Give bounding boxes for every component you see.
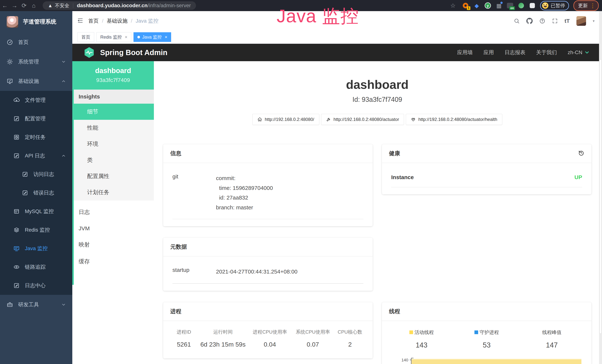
- actuator-url-button[interactable]: http://192.168.0.2:48080/actuator: [321, 114, 404, 125]
- paused-extension-pill[interactable]: 已暂停: [540, 1, 569, 11]
- process-table: 进程ID 运行时间 进程CPU使用率 系统CPU使用率 CPU核心数: [170, 329, 366, 351]
- health-instance-row: Instance UP: [391, 165, 582, 187]
- status-badge: UP: [574, 174, 582, 181]
- emoji-face-icon: [542, 2, 548, 9]
- sba-nav-applications[interactable]: 应用: [484, 49, 494, 56]
- sidebar-item-log-center[interactable]: 日志中心: [0, 276, 72, 295]
- health-url-button[interactable]: http://192.168.0.2:48080/actuator/health: [406, 114, 502, 125]
- sba-menu-scheduled-tasks[interactable]: 计划任务: [72, 184, 154, 201]
- reload-icon[interactable]: ⟳: [19, 2, 29, 9]
- help-icon[interactable]: [539, 18, 545, 24]
- instance-name: dashboard: [74, 67, 152, 75]
- gauge-icon: [7, 39, 13, 45]
- bookmark-star-icon[interactable]: ☆: [448, 2, 458, 9]
- sba-menu-mappings[interactable]: 映射: [72, 236, 154, 253]
- threads-card: 线程 活动线程 143 守护进程 53: [382, 302, 591, 364]
- info-card: 信息 git commit: time: 1596289704000 id: 2…: [163, 144, 373, 226]
- back-icon[interactable]: ←: [0, 2, 10, 9]
- chevron-down-icon: [61, 59, 66, 64]
- sba-sidebar: dashboard 93a3fc7f7409 Insights 细节 性能 环境…: [72, 61, 154, 364]
- url-host: dashboard.yudao.iocoder.cn: [77, 3, 148, 9]
- chevron-up-icon: [61, 79, 66, 84]
- tab-redis-monitor[interactable]: Redis 监控 ×: [97, 32, 131, 42]
- layers-icon: [13, 227, 20, 233]
- service-url-button[interactable]: http://192.168.0.2:48080/: [252, 114, 319, 125]
- browser-extension-dark-icon[interactable]: on: [507, 2, 513, 9]
- sidebar-item-java-monitor[interactable]: Java 监控: [0, 239, 72, 258]
- app-logo[interactable]: 芋道管理系统: [0, 11, 72, 32]
- instance-block[interactable]: dashboard 93a3fc7f7409: [72, 61, 154, 90]
- sba-nav-about[interactable]: 关于我们: [536, 49, 557, 56]
- browser-extension-y-icon[interactable]: y: [484, 2, 491, 9]
- breadcrumb-infrastructure[interactable]: 基础设施: [107, 17, 128, 24]
- page-title: dashboard: [163, 77, 591, 92]
- metadata-card: 元数据 startup 2021-04-27T00:44:31.254+08:0…: [163, 238, 373, 291]
- font-size-icon[interactable]: tT: [565, 18, 570, 24]
- close-icon[interactable]: ×: [125, 34, 127, 40]
- sba-nav-journal[interactable]: 日志报表: [505, 49, 526, 56]
- browser-extension-c-icon[interactable]: 1: [462, 2, 469, 9]
- terminal-monitor-icon: [13, 245, 20, 252]
- close-icon[interactable]: ×: [165, 34, 167, 40]
- security-label: 不安全: [55, 2, 69, 9]
- sidebar-item-infrastructure[interactable]: 基础设施: [0, 71, 72, 91]
- browser-update-button[interactable]: 更新 ⋮: [573, 0, 599, 11]
- sidebar-item-tracing[interactable]: 链路追踪: [0, 258, 72, 276]
- divider: [73, 3, 73, 8]
- sidebar-item-scheduled-tasks[interactable]: 定时任务: [0, 128, 72, 147]
- user-avatar[interactable]: [576, 16, 586, 26]
- sba-nav-wallboard[interactable]: 应用墙: [457, 49, 473, 56]
- sidebar-item-mysql-monitor[interactable]: MySQL 监控: [0, 202, 72, 221]
- sba-menu-metrics[interactable]: 性能: [72, 120, 154, 136]
- app-logo-image: [7, 16, 18, 28]
- language-selector[interactable]: zh-CN: [568, 50, 590, 55]
- sidebar-item-home[interactable]: 首页: [0, 32, 72, 52]
- forward-icon[interactable]: →: [10, 2, 19, 9]
- fullscreen-icon[interactable]: [552, 18, 558, 24]
- sidebar-item-redis-monitor[interactable]: Redis 监控: [0, 221, 72, 239]
- warning-icon: ▲: [48, 3, 53, 9]
- browser-extension-pin-icon[interactable]: ◆: [473, 2, 480, 9]
- tab-java-monitor[interactable]: Java 监控 ×: [133, 32, 171, 42]
- history-icon[interactable]: [578, 150, 584, 157]
- page-scrollbar[interactable]: [599, 11, 602, 364]
- sba-menu-environment[interactable]: 环境: [72, 136, 154, 152]
- chevron-down-icon: [584, 50, 590, 55]
- sidebar-item-api-logs[interactable]: API 日志: [0, 147, 72, 165]
- sba-menu-logs[interactable]: 日志: [72, 204, 154, 221]
- eye-icon: [13, 264, 20, 270]
- app-title: 芋道管理系统: [23, 18, 56, 26]
- edit-square-icon: [13, 153, 20, 159]
- menu-dots-icon: ⋮: [590, 2, 595, 9]
- sidebar-item-dev-tools[interactable]: 研发工具: [0, 295, 72, 314]
- edit-square-icon: [13, 116, 20, 122]
- sidebar-item-system-management[interactable]: 系统管理: [0, 52, 72, 71]
- sidebar-item-access-logs[interactable]: 访问日志: [0, 165, 72, 183]
- screen: ← → ⟳ ⌂ ▲ 不安全 dashboard.yudao.iocoder.cn…: [0, 0, 602, 364]
- edit-square-icon: [22, 190, 28, 196]
- caret-down-icon[interactable]: ▾: [593, 19, 595, 23]
- browser-extension-puzzle-icon[interactable]: [529, 2, 536, 9]
- browser-extension-leaf-icon[interactable]: [518, 2, 525, 9]
- sidebar-item-error-logs[interactable]: 错误日志: [0, 183, 72, 202]
- browser-extension-grid-icon[interactable]: ▦: [495, 2, 502, 9]
- address-bar[interactable]: ▲ 不安全 dashboard.yudao.iocoder.cn/infra/a…: [43, 1, 196, 10]
- scrollbar-thumb[interactable]: [599, 59, 602, 334]
- sba-menu-classes[interactable]: 类: [72, 152, 154, 168]
- tab-home[interactable]: 首页: [77, 32, 94, 42]
- github-icon[interactable]: [526, 18, 533, 24]
- breadcrumb-home[interactable]: 首页: [88, 17, 99, 24]
- edit-square-icon: [13, 282, 20, 289]
- home-icon[interactable]: ⌂: [29, 2, 39, 9]
- threads-area-chart: 140 120 100: [389, 357, 584, 364]
- wrench-icon: [326, 117, 331, 122]
- sidebar-item-config-management[interactable]: 配置管理: [0, 109, 72, 128]
- breadcrumb-current: Java 监控: [136, 17, 159, 24]
- collapse-sidebar-icon[interactable]: [77, 17, 83, 24]
- sidebar-item-file-management[interactable]: 文件管理: [0, 91, 72, 109]
- sba-menu-config-props[interactable]: 配置属性: [72, 168, 154, 184]
- sba-menu-jvm[interactable]: JVM: [72, 221, 154, 236]
- sba-menu-caches[interactable]: 缓存: [72, 253, 154, 270]
- search-icon[interactable]: [514, 18, 520, 24]
- sba-menu-details[interactable]: 细节: [72, 104, 154, 120]
